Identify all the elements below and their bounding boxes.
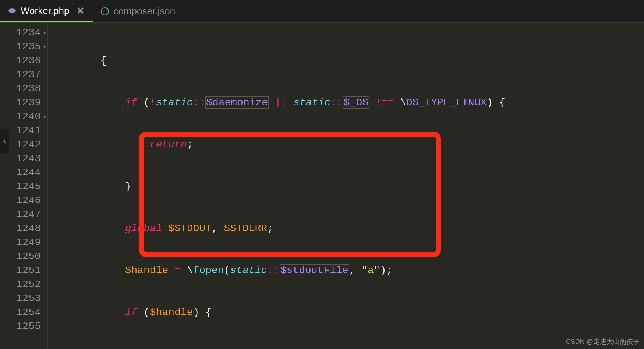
line-number: 1252	[0, 278, 41, 292]
fold-marker-icon[interactable]: ▾	[43, 110, 46, 124]
fold-marker-icon[interactable]: ▾	[43, 27, 46, 40]
close-icon[interactable]: ✕	[77, 5, 85, 17]
line-number: 1249	[0, 236, 41, 250]
tab-bar: Worker.php ✕ composer.json	[0, 0, 644, 23]
line-number: 1248	[0, 222, 41, 236]
fold-marker-icon[interactable]: ▾	[43, 40, 46, 54]
line-number: 1245	[0, 180, 41, 194]
line-number: 1254	[0, 306, 41, 320]
line-number: 1237	[0, 68, 41, 82]
line-number: 1239	[0, 96, 41, 110]
line-number: 1236	[0, 54, 41, 68]
watermark: CSDN @走进大山的孩子	[566, 337, 640, 346]
line-number: 1247	[0, 208, 41, 222]
tab-worker-php[interactable]: Worker.php ✕	[0, 0, 93, 22]
gutter: 1234▾1235▾12361237123812391240▾124112421…	[0, 23, 48, 349]
code-area[interactable]: { if (!static::$daemonize || static::$_O…	[48, 23, 644, 349]
line-number: 1235▾	[0, 40, 41, 54]
line-number: 1244	[0, 166, 41, 180]
brace-open: {	[100, 55, 106, 66]
json-icon	[101, 7, 109, 15]
tab-label: composer.json	[113, 6, 175, 17]
line-number: 1246	[0, 194, 41, 208]
line-number: 1243	[0, 152, 41, 166]
line-number: 1251	[0, 264, 41, 278]
tab-label: Worker.php	[21, 5, 69, 17]
php-icon	[8, 7, 16, 15]
side-panel-handle[interactable]: ‹	[0, 129, 9, 154]
editor-area: 1234▾1235▾12361237123812391240▾124112421…	[0, 23, 644, 349]
line-number: 1238	[0, 82, 41, 96]
line-number: 1240▾	[0, 110, 41, 124]
tab-composer-json[interactable]: composer.json	[93, 0, 183, 22]
line-number: 1255	[0, 320, 41, 334]
line-number: 1250	[0, 250, 41, 264]
line-number: 1253	[0, 292, 41, 306]
svg-point-0	[8, 8, 16, 13]
line-number: 1234▾	[0, 26, 41, 40]
